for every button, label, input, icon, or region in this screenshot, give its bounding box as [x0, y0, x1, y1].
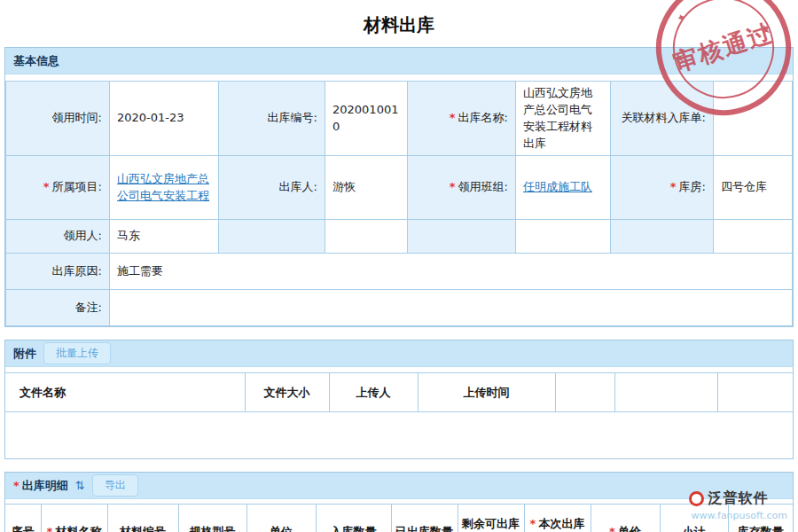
col-material-name: *材料名称: [41, 505, 107, 532]
basic-info-title: 基本信息: [13, 53, 59, 69]
empty-cell: [325, 220, 408, 254]
remark-label: 备注:: [6, 290, 110, 326]
col-current-outbound-qty: *本次出库数量: [524, 505, 591, 532]
attachments-table: 文件名称 文件大小 上传人 上传时间: [5, 372, 793, 412]
team-link[interactable]: 任明成施工队: [523, 180, 592, 193]
page-title: 材料出库: [0, 0, 798, 47]
issuer-value: 游恢: [325, 156, 408, 220]
col-material-no: 材料编号: [107, 505, 178, 532]
export-button[interactable]: 导出: [92, 474, 138, 497]
attachments-empty-area: [5, 412, 793, 458]
reason-value: 施工需要: [110, 254, 793, 290]
recipient-label: 领用人:: [6, 220, 110, 254]
col-outbound-qty: 已出库数量: [391, 505, 458, 532]
batch-upload-button[interactable]: 批量上传: [43, 342, 111, 364]
empty-cell: [408, 220, 516, 254]
empty-cell: [516, 220, 611, 254]
team-value: 任明成施工队: [516, 156, 611, 220]
warehouse-label: *库房:: [611, 156, 714, 220]
basic-info-table: 领用时间: 2020-01-23 出库编号: 2020010010 *出库名称:…: [5, 81, 793, 326]
col-spec-model: 规格型号: [178, 505, 246, 532]
reason-label: 出库原因:: [6, 254, 110, 290]
outbound-no-label: 出库编号:: [219, 82, 325, 156]
outbound-name-label: *出库名称:: [408, 82, 516, 156]
empty-cell: [714, 220, 793, 254]
outbound-detail-header-row: 序号 *材料名称 材料编号 规格型号 单位 入库数量 已出库数量 剩余可出库数量…: [5, 505, 793, 532]
project-link[interactable]: 山西弘文房地产总公司电气安装工程: [117, 172, 209, 202]
outbound-detail-header-bar: *出库明细 ⇅ 导出: [5, 473, 793, 499]
col-uploader: 上传人: [329, 373, 418, 412]
related-inbound-value: [714, 82, 793, 156]
attachments-section: 附件 批量上传 文件名称 文件大小 上传人 上传时间: [4, 340, 794, 459]
basic-info-section: 基本信息 领用时间: 2020-01-23 出库编号: 2020010010 *…: [4, 47, 794, 327]
project-label: *所属项目:: [6, 156, 110, 220]
fanpu-logo-icon: [689, 491, 704, 506]
col-upload-time: 上传时间: [418, 373, 555, 412]
empty-cell: [611, 220, 714, 254]
attachments-header-bar: 附件 批量上传: [5, 340, 793, 367]
col-empty: [614, 373, 717, 412]
recipient-value: 马东: [110, 220, 219, 254]
outbound-detail-section: *出库明细 ⇅ 导出 序号 *材料名称 材料编号 规格型号 单位 入库数量 已出…: [4, 472, 794, 532]
remark-value: [110, 290, 793, 326]
usage-time-value: 2020-01-23: [110, 82, 219, 156]
col-file-size: 文件大小: [245, 373, 329, 412]
brand-watermark: 泛普软件 www.fanpusoft.com: [689, 489, 787, 521]
empty-cell: [219, 220, 325, 254]
warehouse-value: 四号仓库: [714, 156, 793, 220]
brand-url: www.fanpusoft.com: [689, 510, 787, 521]
col-seq: 序号: [5, 505, 41, 532]
brand-name: 泛普软件: [708, 489, 769, 508]
basic-info-header-bar: 基本信息: [5, 48, 793, 74]
attachments-header-row: 文件名称 文件大小 上传人 上传时间: [5, 373, 793, 412]
team-label: *领用班组:: [408, 156, 516, 220]
col-unit-price: *单价: [591, 505, 660, 532]
col-unit: 单位: [246, 505, 316, 532]
page-root: 材料出库 基本信息 领用时间: 2020-01-23 出库编号: 2020010…: [0, 0, 798, 532]
col-empty: [717, 373, 793, 412]
col-file-name: 文件名称: [5, 373, 245, 412]
outbound-name-value: 山西弘文房地产总公司电气安装工程材料出库: [516, 82, 611, 156]
col-empty: [555, 373, 614, 412]
outbound-no-value: 2020010010: [325, 82, 408, 156]
outbound-detail-table: 序号 *材料名称 材料编号 规格型号 单位 入库数量 已出库数量 剩余可出库数量…: [5, 504, 793, 532]
sort-icon[interactable]: ⇅: [75, 479, 85, 492]
usage-time-label: 领用时间:: [6, 82, 110, 156]
issuer-label: 出库人:: [219, 156, 325, 220]
project-value: 山西弘文房地产总公司电气安装工程: [110, 156, 219, 220]
col-inbound-qty: 入库数量: [316, 505, 391, 532]
attachments-title: 附件: [13, 346, 36, 362]
related-inbound-label: 关联材料入库单:: [611, 82, 714, 156]
outbound-detail-title: *出库明细: [13, 478, 68, 494]
col-remaining-qty: 剩余可出库数量: [458, 505, 524, 532]
